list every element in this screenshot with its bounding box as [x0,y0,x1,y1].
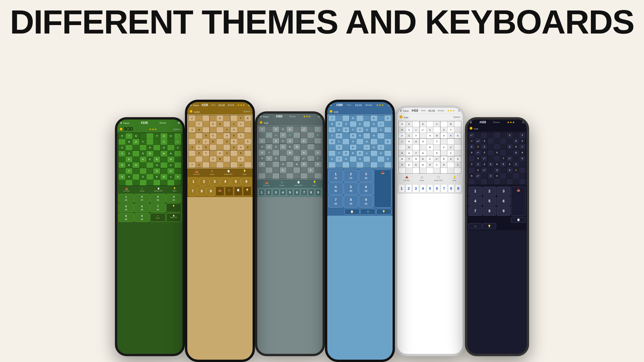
phone2-key-1[interactable]: 1 [188,178,198,186]
phone3-key-6[interactable]: 6 [294,189,300,196]
phone1-key-1[interactable]: 1(3) [118,194,134,203]
phone3-key-5[interactable]: 5 [287,189,293,196]
phone5-tool-cellsel[interactable]: 📤Cell Sel. [403,176,410,182]
phone3-key-1[interactable]: 1 [258,189,265,196]
phone6-cellsel-btn[interactable]: 📤 [511,187,526,216]
phone6-key-5[interactable]: 5 [483,196,496,206]
phone4-key-9[interactable]: 9(2) [359,195,373,208]
phone2-key-3[interactable]: 3 [210,178,220,186]
phone1-key-5[interactable]: 5(5) [118,203,134,212]
phone6-hints-btn[interactable]: 💡 [483,223,496,229]
phone4-key-1[interactable]: 1(1) [328,170,343,182]
phone4-key-4[interactable]: 4(6) [328,182,343,195]
phone1-key-3[interactable]: 3(4) [150,194,166,203]
phone4-key-7[interactable]: 7(4) [328,195,343,208]
phone6-erase-btn[interactable]: ◻ [468,223,482,229]
phone6-pause[interactable]: ⏸ [470,121,472,124]
phone1-key-2[interactable]: 2(7) [134,194,150,203]
phone3-key-9[interactable]: 9 [315,189,321,196]
phone6-key-8[interactable]: 8 [483,206,496,216]
phone1-pause[interactable]: ⏸ Pause [120,121,129,124]
phone5-tool-erase[interactable]: ◻Erase [420,176,424,182]
phone4-key-5[interactable]: 5(5) [344,182,358,195]
phone2-tool-cellsel[interactable]: 📤Cell Sel. [193,170,200,175]
phone5-key-2[interactable]: 2 [405,184,412,193]
phone3-key-3[interactable]: 3 [272,189,279,196]
phone3-pause[interactable]: ⏸ Pause [260,115,269,118]
phone4-key-2[interactable]: 2(7) [344,170,358,182]
phone5-tool-hints[interactable]: 💡Hints [452,176,456,182]
phone6-key-1[interactable]: 1 [468,187,482,196]
phone2-key-4[interactable]: 4 [220,178,230,186]
phone5-key-1[interactable]: 1 [398,184,405,193]
phone6-key-9[interactable]: 9 [497,206,510,216]
phone2-cellsel-btn[interactable]: 📤 [216,187,224,196]
phone2-key-8[interactable]: 8 [197,187,206,196]
phone4-key-3[interactable]: 3(3) [359,170,373,182]
phone5-key-8[interactable]: 8 [448,184,454,193]
phone6-key-4[interactable]: 4 [468,196,482,206]
phone3-key-8[interactable]: 8 [308,189,314,196]
phone3-tool-erase[interactable]: ◻Erase [280,181,284,187]
phone4-tool-cellsel[interactable]: 📤 [374,170,391,208]
phone5-settings[interactable]: ⚙ [458,109,460,112]
phone2-notes-btn[interactable]: 📋 [234,187,242,196]
phone2-key-7[interactable]: 7 [188,187,197,196]
phone4-pause[interactable]: ⏸ [330,104,332,107]
phone1-tool-erase[interactable]: ◻Erase [140,187,144,192]
phone6-key-2[interactable]: 2 [483,187,496,196]
phone4-key-8[interactable]: 8(4) [344,195,358,208]
phone5-key-9[interactable]: 9 [455,184,461,193]
phone2-hints-btn[interactable]: 💡 [243,187,251,196]
phone2-tool-hints[interactable]: 💡Hints [242,170,246,175]
phone1-key-8[interactable]: 8(6) [118,213,134,222]
phone3-key-2[interactable]: 2 [265,189,272,196]
phone2-pause[interactable]: ⏸ Pause [190,104,199,107]
phone2-key-9[interactable]: 9 [206,187,215,196]
phone3-settings[interactable]: ⚙ [318,115,320,118]
phone1-tool-cellsel[interactable]: 📤Cell Sel. [123,187,130,192]
phone2-key-2[interactable]: 2 [199,178,209,186]
phone2-tool-erase[interactable]: ◻Erase [210,170,214,175]
phone5-key-5[interactable]: 5 [427,184,433,193]
phone5-pause[interactable]: ⏸ Pause [400,109,409,112]
phone6-key-3[interactable]: 3 [497,187,510,196]
phone2-tool-notes[interactable]: 📋Notes OFF [224,170,232,175]
phone2-settings[interactable]: ⚙ [248,104,250,107]
phone4-erase-btn[interactable]: ◻ [360,209,376,215]
phone3-tool-hints[interactable]: 💡Hints [312,181,316,187]
phone1-tool-hints[interactable]: 💡Hints [172,187,176,192]
phone1-key-7[interactable]: 7(4) [150,203,166,212]
phones-container: ⏸ Pause #105 Errors ⚙ 9/30 ★★★ Options 5… [0,53,644,362]
phone1-tool-hints2[interactable]: 💡 [166,203,182,212]
phone2-erase-btn[interactable]: ◻ [225,187,233,196]
phone3-tool-notes[interactable]: 📋Notes OFF [294,181,302,187]
phone6-key-7[interactable]: 7 [468,206,482,216]
phone1-errors: Errors [160,122,166,124]
phone4-hints-btn[interactable]: 💡 [376,209,392,215]
phone5-key-3[interactable]: 3 [412,184,419,193]
phone4-notes-btn[interactable]: 📋 [344,209,360,215]
phone5-key-4[interactable]: 4 [420,184,426,193]
phone2-key-5[interactable]: 5 [231,178,241,186]
phone5-tool-notes[interactable]: 📋Notes OFF [434,176,442,182]
phone5-key-6[interactable]: 6 [434,184,440,193]
phone1-settings[interactable]: ⚙ [178,121,180,124]
phone2-key-6[interactable]: 6 [242,178,251,186]
phone1-key-6[interactable]: 6(5) [134,203,150,212]
phone3-key-4[interactable]: 4 [280,189,286,196]
phone3-key-7[interactable]: 7 [301,189,307,196]
phone6-settings[interactable]: ⚙ [522,121,524,124]
phone1-key-9[interactable]: 9(2) [134,213,150,222]
phone1-tool-notes[interactable]: 📋Notes OFF [154,187,162,192]
phone6-notes-btn[interactable]: 📋 [511,217,526,223]
phone1-notes-btn[interactable]: 📋Notes OFF [166,213,182,222]
page-title: DIFFERENT THEMES AND KEYBOARDS [0,5,644,39]
phone4-key-6[interactable]: 6(6) [359,182,373,195]
phone1-key-4[interactable]: 4(3) [166,194,182,203]
phone4-settings[interactable]: ⚙ [388,104,390,107]
phone3-tool-cellsel[interactable]: 📤Cell Sel. [263,181,270,187]
phone6-key-6[interactable]: 6 [497,196,510,206]
phone1-erase-btn[interactable]: ◻Erase [150,213,166,222]
phone5-key-7[interactable]: 7 [441,184,447,193]
